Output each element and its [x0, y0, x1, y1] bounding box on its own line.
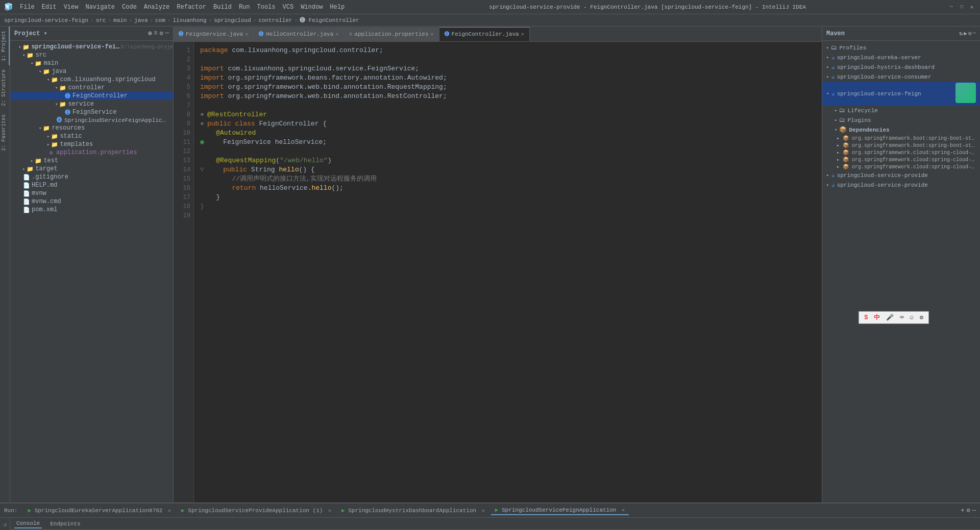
tree-templates[interactable]: ▸ 📁 templates	[10, 140, 173, 148]
run-tab-eureka[interactable]: ▶ SpringcloudEurekaServerApplication8762…	[23, 506, 175, 515]
tree-static[interactable]: ▸ 📁 static	[10, 132, 173, 140]
breadcrumb-com[interactable]: com	[155, 17, 165, 23]
menu-refactor[interactable]: Refactor	[174, 3, 209, 12]
tree-target[interactable]: ▸ 📁 target	[10, 165, 173, 173]
settings-icon[interactable]: ⚙	[160, 30, 163, 37]
menu-analyze[interactable]: Analyze	[141, 3, 173, 12]
tree-resources[interactable]: ▾ 📁 resources	[10, 124, 173, 132]
run-dropdown-icon[interactable]: ▾	[961, 507, 964, 514]
run-tab-feign[interactable]: ▶ SpringcloudServiceFeignApplication ✕	[491, 506, 629, 515]
breadcrumb-springcloud[interactable]: springcloud	[214, 17, 251, 23]
menu-edit[interactable]: Edit	[39, 3, 60, 12]
maven-service-consumer[interactable]: ▸ ☕ springcloud-service-consumer	[822, 72, 980, 82]
tree-mvnw[interactable]: 📄 mvnw	[10, 189, 173, 197]
maven-dep-1[interactable]: ▸ 📦 org.springframework.boot:spring-boot…	[822, 135, 980, 142]
endpoints-tab[interactable]: Endpoints	[48, 520, 82, 528]
tree-mvnwcmd[interactable]: 📄 mvnw.cmd	[10, 197, 173, 206]
vtab-structure[interactable]: 2: Structure	[0, 65, 10, 110]
tab-feignservice[interactable]: 🅘 FeignService.java ✕	[174, 27, 254, 41]
maven-plugins[interactable]: ▸ 🗂 Plugins	[822, 115, 980, 125]
breadcrumb-src[interactable]: src	[96, 17, 106, 23]
tab-feigncontroller-close[interactable]: ✕	[521, 31, 524, 37]
tab-appprops[interactable]: ⚙ application.properties ✕	[344, 27, 439, 41]
maven-eureka-label: springcloud-eureka-server	[837, 55, 921, 61]
tree-src[interactable]: ▾ 📁 src	[10, 51, 173, 59]
locate-icon[interactable]: ⊕	[148, 30, 152, 37]
breadcrumb-controller[interactable]: controller	[258, 17, 292, 23]
maven-settings-icon[interactable]: ⚙	[968, 30, 972, 37]
menu-navigate[interactable]: Navigate	[82, 3, 118, 12]
maven-service-feign[interactable]: ▾ ☕ springcloud-service-feign	[822, 82, 980, 106]
run-close-icon[interactable]: ─	[972, 507, 976, 514]
maven-refresh-icon[interactable]: ↻	[960, 30, 963, 37]
maven-dep-3[interactable]: ▸ 📦 org.springframework.cloud:spring-clo…	[822, 149, 980, 156]
tree-com[interactable]: ▾ 📁 com.lixuanhong.springcloud	[10, 75, 173, 84]
maven-service-provide-1[interactable]: ▸ ☕ springcloud-service-provide	[822, 170, 980, 180]
tree-gitignore[interactable]: 📄 .gitignore	[10, 173, 173, 181]
tree-java[interactable]: ▾ 📁 java	[10, 67, 173, 75]
tab-hellocontroller[interactable]: 🅒 HelloController.java ✕	[254, 27, 344, 41]
menu-code[interactable]: Code	[119, 3, 140, 12]
maven-dep-4[interactable]: ▸ 📦 org.springframework.cloud:spring-clo…	[822, 156, 980, 163]
breadcrumb-lixuanhong[interactable]: lixuanhong	[173, 17, 207, 23]
tree-test[interactable]: ▸ 📁 test	[10, 157, 173, 165]
vtab-project[interactable]: 1: Project	[0, 27, 10, 65]
minimize-button[interactable]: ─	[947, 3, 955, 11]
maven-eureka-server[interactable]: ▸ ☕ springcloud-eureka-server	[822, 53, 980, 62]
bottom-layout: ↺ ■ ⬇ ⬆ ↵ 🔍 Console Endpoints 2023-03-03…	[0, 518, 980, 530]
ime-emoji-btn[interactable]: ☺	[908, 314, 916, 322]
maven-dep-5[interactable]: ▸ 📦 org.springframework.cloud:spring-clo…	[822, 163, 980, 170]
tab-feignservice-close[interactable]: ✕	[245, 31, 248, 37]
tree-main[interactable]: ▾ 📁 main	[10, 59, 173, 67]
maven-dep-2[interactable]: ▸ 📦 org.springframework.boot:spring-boot…	[822, 142, 980, 149]
vtab-favorites[interactable]: 2: Favorites	[0, 110, 10, 155]
rerun-button[interactable]: ↺	[2, 520, 8, 529]
run-settings-icon[interactable]: ⚙	[967, 507, 970, 514]
tree-helpmd[interactable]: 📄 HELP.md	[10, 181, 173, 189]
menu-build[interactable]: Build	[210, 3, 235, 12]
menu-tools[interactable]: Tools	[254, 3, 279, 12]
code-content[interactable]: package com.lixuanhong.springcloud.contr…	[194, 42, 822, 502]
close-panel-icon[interactable]: ─	[165, 30, 169, 37]
run-tab-hystrix[interactable]: ▶ SpringcloudHystrixDashboardApplication…	[337, 506, 489, 515]
ime-keyboard-btn[interactable]: ⌨	[898, 313, 905, 322]
tree-appprops[interactable]: ⚙ application.properties	[10, 148, 173, 157]
ime-mic-btn[interactable]: 🎤	[884, 313, 896, 322]
menu-file[interactable]: File	[17, 3, 38, 12]
menu-vcs[interactable]: VCS	[280, 3, 297, 12]
menu-window[interactable]: Window	[298, 3, 326, 12]
maven-run-icon[interactable]: ▶	[964, 30, 967, 37]
menu-view[interactable]: View	[61, 3, 82, 12]
breadcrumb-main[interactable]: main	[113, 17, 127, 23]
tree-root[interactable]: ▾ 📁 springcloud-service-feign D:\xinchen…	[10, 43, 173, 51]
ime-chinese-btn[interactable]: S	[862, 314, 870, 322]
tab-hellocontroller-close[interactable]: ✕	[335, 31, 338, 37]
tab-feigncontroller[interactable]: 🅒 FeignController.java ✕	[439, 27, 530, 41]
breadcrumb-java[interactable]: java	[134, 17, 148, 23]
tree-pom[interactable]: 📄 pom.xml	[10, 206, 173, 214]
tree-feigncontroller[interactable]: 🅒 FeignController	[10, 92, 173, 100]
menu-run[interactable]: Run	[236, 3, 253, 12]
maven-hystrix-dashboard[interactable]: ▸ ☕ springcloud-hystrix-dashboard	[822, 62, 980, 72]
tab-appprops-close[interactable]: ✕	[431, 31, 434, 37]
menu-help[interactable]: Help	[327, 3, 348, 12]
ime-mode-btn[interactable]: 中	[872, 313, 882, 322]
breadcrumb-class[interactable]: 🅒 FeignController	[300, 17, 359, 23]
maven-lifecycle[interactable]: ▸ 🗂 Lifecycle	[822, 106, 980, 115]
maven-profiles[interactable]: ▸ 🗂 Profiles	[822, 43, 980, 53]
close-button[interactable]: ✕	[968, 3, 976, 11]
maven-close-icon[interactable]: ─	[972, 30, 976, 37]
tree-controller[interactable]: ▾ 📁 controller	[10, 84, 173, 92]
breadcrumb-project[interactable]: springcloud-service-feign	[4, 17, 88, 23]
tree-feignservice[interactable]: 🅘 FeignService	[10, 108, 173, 116]
tree-springapp[interactable]: 🅐 SpringcloudServiceFeignApplic…	[10, 116, 173, 124]
console-tab[interactable]: Console	[14, 519, 42, 528]
ime-settings-btn[interactable]: ⚙	[918, 313, 925, 322]
run-tab-provide[interactable]: ▶ SpringcloudServiceProvideApplication (…	[177, 506, 335, 515]
code-editor[interactable]: 12345 678910 1112131415 16171819 package…	[174, 42, 822, 502]
expand-icon[interactable]: ≡	[154, 30, 157, 37]
maven-dependencies[interactable]: ▾ 📦 Dependencies	[822, 125, 980, 135]
maximize-button[interactable]: □	[958, 3, 966, 11]
maven-service-provide-2[interactable]: ▸ ☕ springcloud-service-provide	[822, 180, 980, 190]
tree-service[interactable]: ▾ 📁 service	[10, 100, 173, 108]
